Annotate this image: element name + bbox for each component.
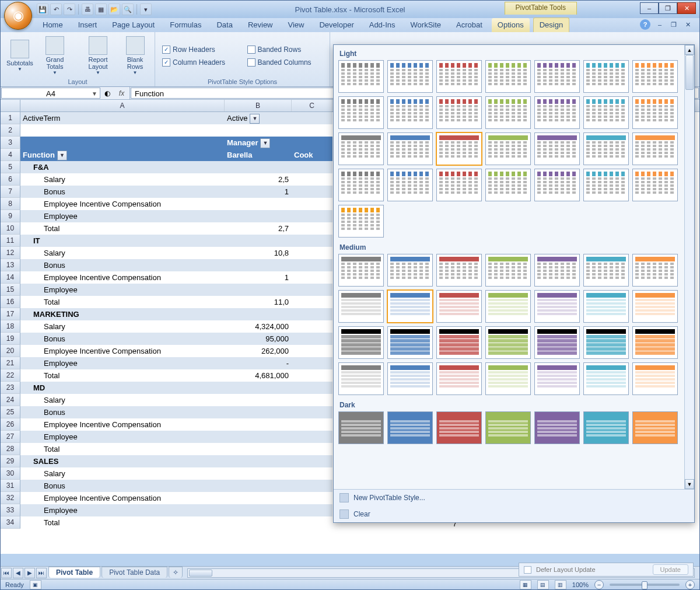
cell[interactable]: [292, 333, 332, 345]
style-swatch[interactable]: [436, 290, 482, 323]
gallery-scrollbar[interactable]: ▲ ▼: [684, 45, 694, 489]
sheet-tab-pivot-table-data[interactable]: Pivot Table Data: [102, 567, 167, 578]
cell[interactable]: Salary: [20, 173, 225, 186]
col-header-b[interactable]: B: [225, 100, 292, 111]
style-swatch[interactable]: [534, 96, 580, 129]
cell[interactable]: [292, 431, 332, 443]
style-swatch[interactable]: [632, 362, 678, 395]
style-swatch[interactable]: [338, 290, 384, 323]
style-swatch[interactable]: [534, 362, 580, 395]
style-swatch[interactable]: [632, 254, 678, 287]
cell[interactable]: [225, 443, 292, 455]
row-header[interactable]: 12: [1, 247, 20, 259]
style-swatch[interactable]: [534, 326, 580, 359]
cell[interactable]: Manager▼: [225, 137, 292, 149]
tab-acrobat[interactable]: Acrobat: [450, 18, 488, 32]
cell[interactable]: 11,0: [225, 296, 292, 308]
row-header[interactable]: 34: [1, 516, 20, 529]
cell[interactable]: Bonus: [20, 480, 225, 492]
tab-nav-prev-icon[interactable]: ◀: [13, 568, 23, 578]
row-header[interactable]: 11: [1, 235, 20, 247]
tab-options[interactable]: Options: [492, 18, 530, 32]
style-swatch[interactable]: [632, 60, 678, 93]
filter-dropdown-icon[interactable]: ▼: [250, 114, 260, 124]
qa-quickprint-icon[interactable]: 🖶: [82, 4, 93, 15]
tab-developer[interactable]: Developer: [313, 18, 359, 32]
cell[interactable]: IT: [20, 235, 225, 247]
qa-redo-icon[interactable]: ↷: [64, 4, 75, 15]
row-header[interactable]: 29: [1, 455, 20, 467]
cell[interactable]: [292, 235, 332, 247]
cell[interactable]: -: [225, 357, 292, 369]
row-header[interactable]: 23: [1, 382, 20, 394]
cell[interactable]: Total: [20, 443, 225, 455]
cell[interactable]: ActiveTerm: [20, 112, 225, 124]
style-swatch[interactable]: [436, 411, 482, 444]
cell[interactable]: Total: [20, 369, 225, 382]
qa-save-icon[interactable]: 💾: [37, 4, 48, 15]
cell[interactable]: MD: [20, 382, 225, 394]
cell[interactable]: Employee Incentive Compensation: [20, 198, 225, 210]
style-swatch[interactable]: [387, 60, 433, 93]
cell[interactable]: [292, 382, 332, 394]
cell[interactable]: [225, 161, 292, 173]
cell[interactable]: [225, 516, 292, 529]
banded-rows-checkbox[interactable]: Banded Rows: [247, 44, 323, 55]
style-swatch[interactable]: [436, 60, 482, 93]
style-swatch[interactable]: [485, 326, 531, 359]
row-header[interactable]: 26: [1, 418, 20, 431]
style-swatch[interactable]: [338, 362, 384, 395]
row-header[interactable]: 31: [1, 480, 20, 492]
style-swatch[interactable]: [534, 290, 580, 323]
row-headers-checkbox[interactable]: Row Headers: [162, 44, 238, 55]
style-swatch[interactable]: [583, 254, 629, 287]
new-pivottable-style-menu[interactable]: New PivotTable Style...: [334, 490, 694, 506]
cell[interactable]: [292, 455, 332, 467]
name-box[interactable]: A4▼: [1, 88, 100, 99]
cell[interactable]: 2,5: [225, 173, 292, 186]
col-header-c[interactable]: C: [292, 100, 332, 111]
style-swatch[interactable]: [338, 254, 384, 287]
cell[interactable]: MARKETING: [20, 308, 225, 320]
row-header[interactable]: 13: [1, 259, 20, 271]
tab-nav-next-icon[interactable]: ▶: [24, 568, 35, 578]
style-swatch[interactable]: [338, 96, 384, 129]
style-swatch[interactable]: [485, 60, 531, 93]
style-swatch[interactable]: [436, 169, 482, 201]
style-swatch[interactable]: [338, 326, 384, 359]
cell[interactable]: [225, 124, 292, 137]
cell[interactable]: Employee: [20, 284, 225, 296]
style-swatch[interactable]: [583, 290, 629, 323]
qa-customize-icon[interactable]: ▾: [140, 4, 152, 15]
cell[interactable]: [225, 235, 292, 247]
cell[interactable]: [225, 504, 292, 516]
style-swatch[interactable]: [485, 132, 531, 165]
cell[interactable]: [292, 320, 332, 333]
cell[interactable]: [225, 418, 292, 431]
zoom-in-button[interactable]: +: [685, 580, 695, 589]
style-swatch[interactable]: [436, 132, 482, 165]
style-swatch[interactable]: [485, 362, 531, 395]
row-header[interactable]: 32: [1, 492, 20, 504]
grand-totals-button[interactable]: Grand Totals▼: [38, 33, 72, 78]
tab-home[interactable]: Home: [37, 18, 69, 32]
cell[interactable]: [292, 296, 332, 308]
help-icon[interactable]: ?: [640, 19, 650, 30]
banded-columns-checkbox[interactable]: Banded Columns: [247, 57, 323, 68]
style-swatch[interactable]: [387, 96, 433, 129]
cell[interactable]: 2,7: [225, 222, 292, 235]
blank-rows-button[interactable]: Blank Rows▼: [119, 33, 151, 78]
style-swatch[interactable]: [534, 169, 580, 201]
style-swatch[interactable]: [387, 132, 433, 165]
row-header[interactable]: 28: [1, 443, 20, 455]
cell[interactable]: F&A: [20, 161, 225, 173]
style-swatch[interactable]: [338, 169, 384, 201]
row-header[interactable]: 4: [1, 149, 20, 161]
tab-nav-last-icon[interactable]: ⏭: [36, 568, 47, 578]
cell[interactable]: [292, 516, 332, 529]
cell[interactable]: 1: [225, 186, 292, 198]
tab-addins[interactable]: Add-Ins: [363, 18, 401, 32]
row-header[interactable]: 7: [1, 186, 20, 198]
cell[interactable]: Bonus: [20, 186, 225, 198]
mdi-restore-icon[interactable]: ❐: [669, 20, 678, 29]
